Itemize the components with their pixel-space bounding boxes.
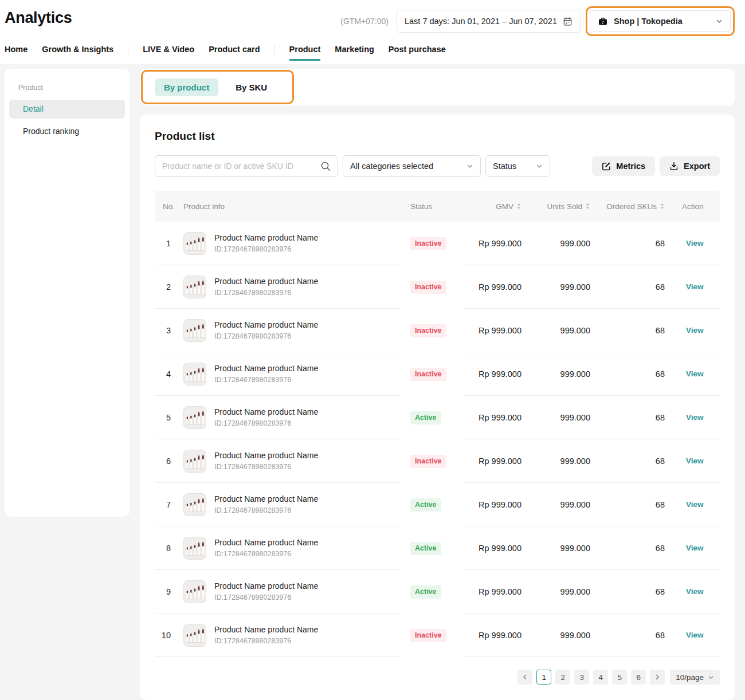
row-number: 2 — [155, 265, 177, 309]
page-size-select[interactable]: 10/page — [670, 670, 720, 685]
sidebar-item-detail[interactable]: Detail — [9, 100, 125, 119]
tab-by-sku[interactable]: By SKU — [236, 78, 267, 96]
page-size-label: 10/page — [676, 673, 704, 682]
gmv-value: Rp 999.000 — [464, 526, 525, 570]
pagination-page-5[interactable]: 5 — [612, 670, 627, 685]
status-filter-select[interactable]: Status — [485, 155, 550, 177]
product-thumbnail — [183, 493, 206, 516]
tab-by-product[interactable]: By product — [155, 78, 218, 96]
pagination-page-1[interactable]: 1 — [536, 670, 551, 685]
sidebar-section-label: Product — [18, 84, 125, 92]
pagination-page-3[interactable]: 3 — [574, 670, 589, 685]
annotation-highlight-tabs: By productBy SKU — [141, 70, 294, 104]
nav-tab-growth-insights[interactable]: Growth & Insights — [42, 45, 113, 61]
gmv-value: Rp 999.000 — [464, 483, 525, 526]
search-icon[interactable] — [320, 161, 331, 171]
product-name: Product Name product Name — [214, 625, 318, 634]
units-sold-value: 999.000 — [525, 222, 594, 265]
product-id: ID:17284678980283976 — [214, 289, 318, 297]
product-name: Product Name product Name — [214, 538, 318, 547]
gmv-value: Rp 999.000 — [464, 352, 525, 396]
product-info-cell: Product Name product Name ID:17284678980… — [177, 222, 401, 265]
nav-tab-marketing[interactable]: Marketing — [335, 45, 374, 61]
view-link[interactable]: View — [686, 413, 704, 422]
gmv-value: Rp 999.000 — [464, 309, 525, 352]
product-name: Product Name product Name — [214, 233, 318, 242]
row-number: 9 — [155, 570, 177, 614]
category-filter-label: All categories selected — [350, 162, 433, 171]
nav-tab-product-card[interactable]: Product card — [209, 45, 260, 61]
table-body: 1 — [155, 222, 720, 657]
search-box — [155, 155, 338, 177]
pagination-page-4[interactable]: 4 — [593, 670, 608, 685]
view-link[interactable]: View — [686, 326, 704, 335]
product-id: ID:17284678980283976 — [214, 637, 318, 645]
status-cell: Inactive — [401, 222, 464, 265]
view-link[interactable]: View — [686, 500, 704, 509]
category-filter-select[interactable]: All categories selected — [343, 155, 481, 177]
col-action: Action — [668, 202, 720, 211]
metrics-button[interactable]: Metrics — [592, 156, 655, 176]
product-thumbnail — [183, 450, 206, 473]
view-tabs-card: By productBy SKU — [140, 69, 735, 105]
gmv-value: Rp 999.000 — [464, 614, 525, 657]
product-id: ID:17284678980283976 — [214, 419, 318, 427]
status-cell: Active — [401, 396, 464, 439]
pagination-page-2[interactable]: 2 — [555, 670, 570, 685]
view-link[interactable]: View — [686, 457, 704, 465]
pagination-page-6[interactable]: 6 — [631, 670, 646, 685]
col-units-sold-sort[interactable]: Units Sold — [525, 202, 594, 211]
search-input[interactable] — [162, 162, 316, 171]
action-cell: View — [668, 352, 720, 396]
col-ordered-skus-sort[interactable]: Ordered SKUs — [594, 202, 668, 211]
product-info-cell: Product Name product Name ID:17284678980… — [177, 352, 401, 396]
view-link[interactable]: View — [686, 239, 704, 247]
col-status: Status — [401, 202, 464, 211]
ordered-skus-value: 68 — [594, 614, 668, 657]
shop-selector[interactable]: ♪ Shop | Tokopedia — [590, 10, 731, 32]
col-product-info: Product info — [177, 202, 401, 211]
view-link[interactable]: View — [686, 544, 704, 552]
view-link[interactable]: View — [686, 587, 704, 596]
view-link[interactable]: View — [686, 631, 704, 639]
view-link[interactable]: View — [686, 369, 704, 378]
svg-text:♪: ♪ — [602, 20, 605, 25]
units-sold-value: 999.000 — [525, 570, 594, 614]
status-filter-label: Status — [493, 162, 516, 171]
product-id: ID:17284678980283976 — [214, 245, 318, 253]
status-badge: Inactive — [410, 368, 446, 381]
content-area: Product DetailProduct ranking By product… — [0, 64, 745, 700]
sidebar-item-product-ranking[interactable]: Product ranking — [9, 122, 125, 141]
pagination-next-button[interactable] — [650, 670, 665, 685]
nav-tab-home[interactable]: Home — [5, 45, 28, 61]
sidebar: Product DetailProduct ranking — [5, 69, 130, 517]
status-badge: Inactive — [410, 324, 446, 337]
col-gmv-sort[interactable]: GMV — [464, 202, 525, 211]
status-cell: Active — [401, 483, 464, 526]
shop-selector-label: Shop | Tokopedia — [614, 17, 710, 26]
metrics-edit-icon — [602, 162, 611, 171]
export-button[interactable]: Export — [660, 156, 720, 176]
sort-icon — [660, 203, 665, 210]
product-info-cell: Product Name product Name ID:17284678980… — [177, 396, 401, 439]
date-range-label: Last 7 days: Jun 01, 2021 – Jun 07, 2021 — [405, 17, 557, 26]
action-cell: View — [668, 570, 720, 614]
product-name: Product Name product Name — [214, 320, 318, 329]
ordered-skus-value: 68 — [594, 265, 668, 309]
pagination: 123456 10/page — [155, 670, 720, 685]
nav-tab-post-purchase[interactable]: Post purchase — [389, 45, 446, 61]
product-id: ID:17284678980283976 — [214, 463, 318, 471]
product-info-cell: Product Name product Name ID:17284678980… — [177, 570, 401, 614]
product-id: ID:17284678980283976 — [214, 376, 318, 384]
gmv-value: Rp 999.000 — [464, 570, 525, 614]
nav-tab-product[interactable]: Product — [289, 45, 321, 61]
product-name: Product Name product Name — [214, 494, 318, 504]
nav-tab-live-video[interactable]: LIVE & Video — [143, 45, 194, 61]
pagination-prev-button[interactable] — [517, 670, 532, 685]
product-thumbnail — [183, 363, 206, 386]
table-row: 9 — [155, 570, 720, 614]
view-link[interactable]: View — [686, 282, 704, 291]
date-range-picker[interactable]: Last 7 days: Jun 01, 2021 – Jun 07, 2021 — [397, 10, 581, 33]
annotation-highlight-shop: ♪ Shop | Tokopedia — [586, 6, 735, 36]
units-sold-value: 999.000 — [525, 439, 594, 483]
